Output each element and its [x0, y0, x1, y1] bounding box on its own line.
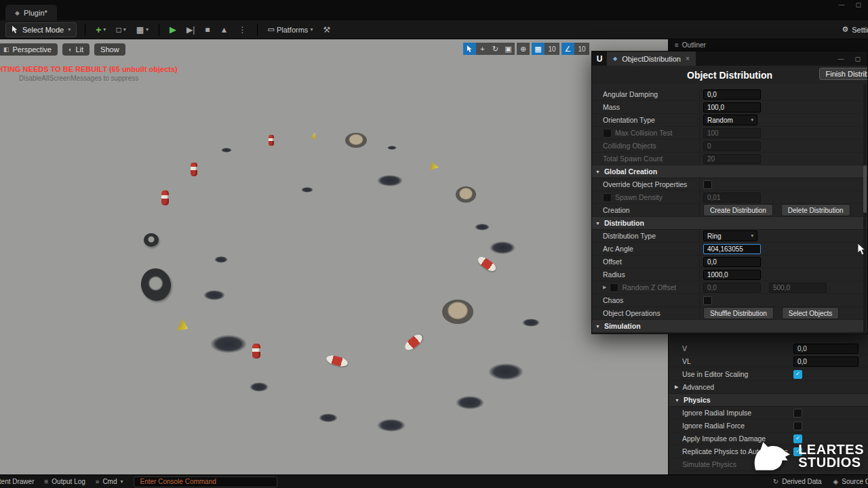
- distribution-window-titlebar[interactable]: U ◆ ObjectDistribution × — ▢: [592, 52, 867, 66]
- input-max-collision-test[interactable]: 100: [703, 128, 761, 138]
- object-distribution-tab[interactable]: ◆ ObjectDistribution ×: [607, 52, 696, 66]
- category-physics[interactable]: ▼Physics: [669, 394, 868, 407]
- show-label: Show: [100, 45, 119, 54]
- level-tools-button[interactable]: ▦ ▾: [134, 23, 151, 37]
- checkbox[interactable]: [603, 129, 612, 138]
- frame-skip-button[interactable]: ▶|: [184, 23, 197, 37]
- input-angular-damping[interactable]: 0,0: [703, 89, 761, 100]
- scene-object-cone[interactable]: [176, 317, 192, 336]
- frame-skip-icon: ▶|: [186, 25, 195, 35]
- perspective-button[interactable]: ◧ Perspective: [0, 43, 58, 56]
- input-arc-angle[interactable]: 404,163055: [703, 244, 761, 254]
- minimize-icon[interactable]: —: [838, 1, 844, 8]
- play-options-button[interactable]: ⋮: [237, 23, 249, 37]
- rotate-tool-button[interactable]: ↻: [489, 43, 502, 55]
- category-distribution[interactable]: ▼Distribution: [592, 217, 867, 230]
- checkbox[interactable]: [610, 283, 618, 292]
- scene-object-barrel-fallen[interactable]: [326, 354, 349, 368]
- category-simulation[interactable]: ▼Simulation: [592, 320, 867, 333]
- select-mode-dropdown[interactable]: Select Mode ▾: [5, 22, 77, 37]
- maximize-icon[interactable]: ▢: [854, 56, 861, 62]
- finish-distribution-button[interactable]: Finish Distribution: [819, 68, 868, 80]
- close-icon[interactable]: ×: [686, 55, 690, 62]
- scene-object-barrel-fallen[interactable]: [403, 332, 425, 352]
- category-advanced[interactable]: ▶Advanced: [669, 381, 868, 394]
- select-objects-button[interactable]: Select Objects: [782, 307, 839, 319]
- add-actor-button[interactable]: + ▾: [94, 23, 108, 37]
- scene-object-cone[interactable]: [310, 131, 319, 140]
- eject-button[interactable]: ▲: [218, 23, 231, 37]
- input-random-z-offset[interactable]: 0,0: [703, 283, 761, 293]
- input-total-spawn-count[interactable]: 20: [703, 154, 761, 164]
- scrollbar-thumb[interactable]: [863, 165, 867, 213]
- input2-random-z-offset[interactable]: 500,0: [769, 283, 827, 293]
- checkbox[interactable]: ✓: [793, 370, 802, 379]
- scale-tool-button[interactable]: ▣: [502, 43, 515, 55]
- cmd-dropdown[interactable]: » Cmd ▾: [96, 478, 123, 485]
- platforms-dropdown[interactable]: ▭ Platforms ▾: [266, 23, 315, 37]
- scene-object-tire-top[interactable]: [442, 300, 473, 324]
- lit-button[interactable]: ◐ Lit: [62, 43, 90, 56]
- create-distribution-button[interactable]: Create Distribution: [703, 204, 773, 216]
- scrollbar[interactable]: [863, 84, 867, 332]
- minimize-icon[interactable]: —: [837, 56, 844, 62]
- scene-object-barrel[interactable]: [252, 344, 260, 359]
- input-mass[interactable]: 100,0: [703, 102, 761, 113]
- grid-snap-value[interactable]: 10: [545, 43, 559, 55]
- scene-object-barrel[interactable]: [269, 135, 274, 146]
- object-shadow: [387, 146, 397, 150]
- category-global-creation[interactable]: ▼Global Creation: [592, 165, 867, 178]
- input-v[interactable]: 0,0: [793, 344, 859, 354]
- rotation-snap-value[interactable]: 10: [574, 43, 589, 55]
- property-label: Random Z Offset: [622, 283, 676, 291]
- dropdown-orientation-type[interactable]: Random▾: [703, 115, 757, 125]
- input-spawn-density[interactable]: 0,01: [703, 192, 761, 203]
- checkbox[interactable]: [793, 422, 802, 430]
- settings-button[interactable]: ⚙ Settings: [842, 25, 868, 34]
- scene-object-tire-top[interactable]: [345, 133, 367, 148]
- scene-object-barrel-fallen[interactable]: [476, 255, 498, 274]
- console-command-field[interactable]: [134, 476, 277, 487]
- scene-object-barrel[interactable]: [161, 190, 169, 205]
- checkbox[interactable]: [793, 409, 802, 418]
- shuffle-distribution-button[interactable]: Shuffle Distribution: [703, 307, 774, 319]
- outliner-tab-label[interactable]: Outliner: [682, 41, 706, 49]
- blueprints-button[interactable]: □ ▾: [114, 23, 127, 37]
- scene-object-tire-side[interactable]: [138, 266, 174, 304]
- show-button[interactable]: Show: [94, 43, 125, 56]
- input-radius[interactable]: 1000,0: [703, 270, 761, 280]
- input-vl[interactable]: 0,0: [793, 357, 859, 367]
- stop-button[interactable]: ■: [203, 23, 212, 37]
- maximize-icon[interactable]: ▢: [855, 1, 861, 8]
- move-tool-button[interactable]: +: [476, 43, 489, 55]
- tools-button[interactable]: ⚒: [321, 23, 332, 37]
- console-command-input[interactable]: [139, 477, 272, 486]
- output-log-button[interactable]: ≡ Output Log: [44, 478, 85, 485]
- play-button[interactable]: ▶: [167, 23, 178, 37]
- expander-icon[interactable]: ▶: [603, 285, 606, 290]
- select-tool-button[interactable]: [463, 43, 476, 55]
- scene-object-tire-side[interactable]: [144, 233, 159, 247]
- input-offset[interactable]: 0,0: [703, 257, 761, 267]
- grid-snap-toggle[interactable]: ▦: [532, 43, 545, 55]
- dropdown-distribution-type[interactable]: Ring▾: [703, 230, 757, 241]
- rotation-snap-toggle[interactable]: ∠: [561, 43, 574, 55]
- world-space-toggle[interactable]: ⊕: [517, 43, 530, 55]
- delete-distribution-button[interactable]: Delete Distribution: [781, 204, 850, 216]
- source-control-button[interactable]: ◈ Source Control: [833, 478, 868, 485]
- 3d-viewport[interactable]: ◧ Perspective ◐ Lit Show LIGHTING NEEDS …: [0, 39, 668, 474]
- property-label: V: [682, 344, 687, 352]
- row-value-area: 100,0: [699, 102, 761, 113]
- checkbox[interactable]: [703, 180, 712, 189]
- checkbox[interactable]: [703, 296, 712, 305]
- scene-object-tire-top[interactable]: [456, 186, 476, 203]
- content-drawer-button[interactable]: ▤ Content Drawer: [0, 478, 34, 485]
- kebab-icon: ⋮: [239, 25, 247, 35]
- object-shadow: [377, 175, 403, 186]
- scene-object-barrel[interactable]: [191, 163, 197, 176]
- checkbox[interactable]: [603, 193, 612, 202]
- derived-data-button[interactable]: ↻ Derived Data: [773, 478, 822, 485]
- plugin-tab[interactable]: ◆ Plugin*: [5, 5, 57, 20]
- input-colliding-objects[interactable]: 0: [703, 141, 761, 151]
- scene-object-cone[interactable]: [430, 161, 440, 173]
